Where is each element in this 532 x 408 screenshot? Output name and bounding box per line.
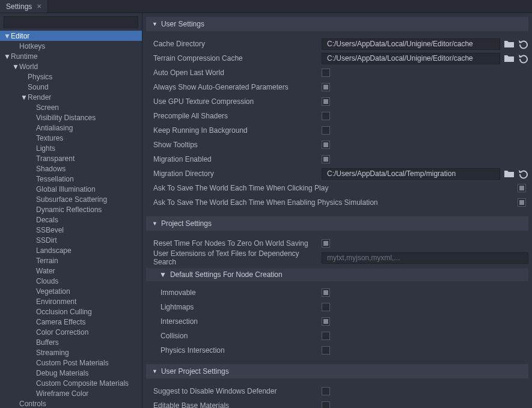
checkbox[interactable] [322,401,330,408]
tree-item[interactable]: Environment [0,296,142,306]
tree-item[interactable]: Landscape [0,245,142,255]
tree-item[interactable]: Color Correction [0,327,142,337]
tree-item-label: Global Illumination [36,185,96,193]
checkbox[interactable] [322,155,330,163]
reset-icon[interactable] [518,169,528,179]
row-user-extensions: User Extensions of Text Files for Depend… [146,251,528,264]
tree-item[interactable]: Vegetation [0,286,142,296]
section-project-settings-header[interactable]: ▼ Project Settings [146,216,528,231]
checkbox[interactable] [322,69,330,77]
checkbox[interactable] [322,141,330,149]
checkbox[interactable] [518,198,526,207]
row-reset-time: Reset Time For Nodes To Zero On World Sa… [146,237,528,250]
tree-item-label: Subsurface Scattering [36,195,107,204]
setting-label: Ask To Save The World Each Time When Ena… [153,198,518,207]
checkbox[interactable] [322,317,330,326]
tree-item[interactable]: Occlusion Culling [0,306,142,317]
checkbox[interactable] [322,288,330,297]
tree-item[interactable]: Water [0,266,142,276]
setting-row: Ask To Save The World Each Time When Ena… [146,196,528,209]
tree-twisty-icon[interactable]: ▼ [20,93,28,102]
row-cache-directory: Cache Directory C:/Users/AppData/Local/U… [146,37,528,50]
setting-label: Physics Intersection [161,346,322,355]
tree-item-label: Physics [28,73,52,81]
sidebar-filter-input[interactable] [4,16,138,28]
tree-item[interactable]: Tessellation [0,174,142,184]
tree-twisty-icon[interactable]: ▼ [4,32,11,40]
setting-label: Collision [161,332,322,340]
setting-label: Editable Base Materials [153,401,322,408]
checkbox[interactable] [322,387,330,395]
tree-item[interactable]: SSDirt [0,235,142,245]
tree-item[interactable]: Wireframe Color [0,388,142,398]
folder-icon[interactable] [504,169,515,178]
checkbox[interactable] [322,97,330,106]
tree-item[interactable]: Buffers [0,337,142,347]
section-user-settings-header[interactable]: ▼ User Settings [146,17,528,31]
tree-item[interactable]: Terrain [0,255,142,266]
checkbox[interactable] [518,184,526,192]
section-user-project-header[interactable]: ▼ User Project Settings [146,364,528,379]
tree-item[interactable]: Hotkeys [0,41,142,51]
checkbox[interactable] [322,112,330,120]
tree-item[interactable]: Screen [0,102,142,112]
tree-item[interactable]: Textures [0,133,142,143]
tree-item-label: Sound [28,83,49,91]
tree-item[interactable]: Camera Effects [0,317,142,327]
tree-item[interactable]: Subsurface Scattering [0,194,142,204]
tree-item[interactable]: ▼Render [0,92,142,102]
tree-item[interactable]: Visibility Distances [0,112,142,123]
tree-item-label: Lights [36,144,55,153]
tree-item[interactable]: Clouds [0,276,142,286]
tree-item[interactable]: Dynamic Reflections [0,204,142,215]
tree-item[interactable]: Antialiasing [0,123,142,133]
tree-item[interactable]: ▼Editor [0,31,142,41]
checkbox[interactable] [322,126,330,135]
reset-icon[interactable] [518,53,528,64]
close-icon[interactable]: ✕ [37,3,41,10]
setting-row: Auto Open Last World [146,66,528,79]
terrain-cache-input[interactable]: C:/Users/AppData/Local/Unigine/Editor/ca… [322,53,500,64]
tree-item[interactable]: Decals [0,215,142,225]
tree-item[interactable]: Controls [0,398,142,408]
tree-item[interactable]: Debug Materials [0,368,142,378]
folder-icon[interactable] [504,40,515,49]
tree-twisty-icon[interactable]: ▼ [4,52,11,61]
settings-content: ▼ User Settings Cache Directory C:/Users… [142,13,532,408]
tree-item[interactable]: Transparent [0,153,142,163]
tree-item-label: Vegetation [36,287,70,296]
migration-directory-input[interactable]: C:/Users/AppData/Local/Temp/migration [322,168,500,180]
tree-item[interactable]: Custom Post Materials [0,358,142,368]
setting-row: Lightmaps [146,300,528,314]
reset-time-checkbox[interactable] [322,239,330,248]
user-extensions-input[interactable]: mytxt,myjson,myxml,... [322,252,528,264]
tree-item[interactable]: Custom Composite Materials [0,378,142,388]
cache-directory-input[interactable]: C:/Users/AppData/Local/Unigine/Editor/ca… [322,38,500,50]
tree-item[interactable]: Physics [0,72,142,82]
folder-icon[interactable] [504,54,515,63]
checkbox[interactable] [322,303,330,311]
tree-item[interactable]: Global Illumination [0,184,142,194]
setting-label: Precompile All Shaders [153,112,322,120]
setting-label: Lightmaps [161,303,322,311]
tree-item[interactable]: Lights [0,143,142,153]
tab-settings[interactable]: Settings ✕ [0,0,48,13]
settings-tree: ▼EditorHotkeys▼Runtime▼WorldPhysicsSound… [0,31,142,408]
tree-item-label: Antialiasing [36,124,73,132]
setting-row: Migration Enabled [146,153,528,166]
tree-item[interactable]: Sound [0,82,142,92]
tree-item[interactable]: ▼World [0,61,142,72]
subsection-node-defaults-header[interactable]: ▼ Default Settings For Node Creation [146,268,528,281]
checkbox[interactable] [322,332,330,340]
reset-icon[interactable] [518,39,528,49]
checkbox[interactable] [322,83,330,91]
tree-item[interactable]: SSBevel [0,225,142,235]
tree-twisty-icon[interactable]: ▼ [12,62,19,71]
tree-item[interactable]: Streaming [0,347,142,358]
checkbox[interactable] [322,346,330,355]
chevron-down-icon: ▼ [152,21,157,27]
tree-item[interactable]: ▼Runtime [0,51,142,61]
section-title: User Settings [161,20,204,28]
tree-item[interactable]: Shadows [0,163,142,174]
setting-row: Always Show Auto-Generated Parameters [146,81,528,94]
